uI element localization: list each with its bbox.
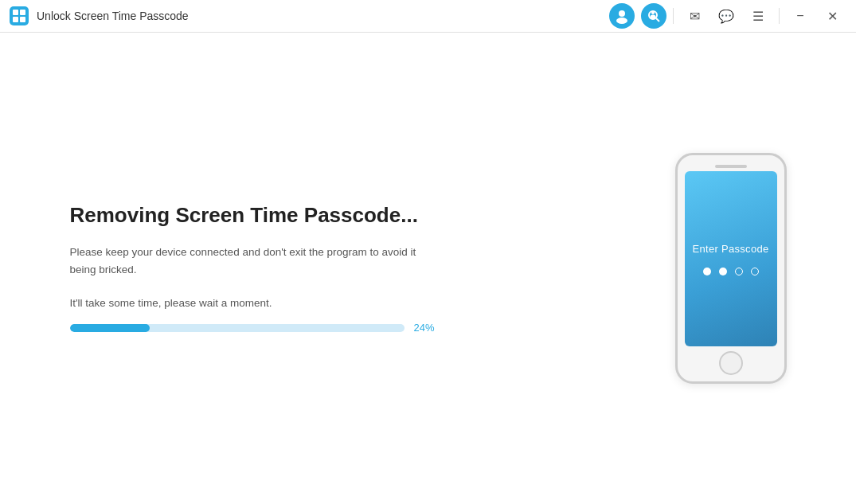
- app-logo: [10, 6, 29, 25]
- user-avatar-icon[interactable]: [609, 3, 635, 29]
- progress-bar-fill: [70, 324, 150, 332]
- svg-rect-2: [20, 10, 25, 15]
- dot-1: [703, 268, 711, 275]
- phone-home-button: [719, 351, 743, 375]
- phone-screen: Enter Passcode: [685, 171, 777, 346]
- svg-point-6: [616, 18, 627, 24]
- progress-container: 24%: [70, 322, 436, 334]
- svg-point-9: [651, 15, 656, 19]
- progress-percent-label: 24%: [414, 322, 435, 334]
- progress-bar-background: [70, 324, 405, 332]
- dot-2: [719, 268, 727, 275]
- close-button[interactable]: ✕: [818, 2, 846, 30]
- titlebar-controls: ✉ 💬 ☰ − ✕: [609, 2, 846, 30]
- separator2: [779, 8, 780, 24]
- svg-rect-3: [13, 17, 18, 22]
- minimize-button[interactable]: −: [786, 2, 815, 30]
- phone-mockup: Enter Passcode: [675, 153, 787, 384]
- phone-outer-shell: Enter Passcode: [675, 153, 787, 384]
- separator: [673, 8, 674, 24]
- titlebar: Unlock Screen Time Passcode ✉ 💬 ☰ − ✕: [0, 0, 856, 33]
- chat-button[interactable]: 💬: [712, 2, 741, 30]
- enter-passcode-text: Enter Passcode: [693, 243, 769, 255]
- window-title: Unlock Screen Time Passcode: [37, 10, 609, 22]
- svg-rect-4: [20, 17, 25, 22]
- left-section: Removing Screen Time Passcode... Please …: [70, 203, 468, 334]
- svg-point-8: [651, 11, 655, 14]
- svg-rect-1: [13, 10, 18, 15]
- passcode-dots: [703, 268, 759, 275]
- main-heading: Removing Screen Time Passcode...: [70, 203, 436, 228]
- svg-line-10: [656, 18, 659, 21]
- wait-text: It'll take some time, please wait a mome…: [70, 297, 436, 309]
- dot-4: [751, 268, 759, 275]
- mail-button[interactable]: ✉: [680, 2, 709, 30]
- phone-speaker: [715, 165, 747, 168]
- menu-button[interactable]: ☰: [744, 2, 772, 30]
- content-wrapper: Removing Screen Time Passcode... Please …: [70, 153, 787, 384]
- dot-3: [735, 268, 743, 275]
- svg-rect-0: [10, 6, 29, 25]
- main-content: Removing Screen Time Passcode... Please …: [0, 33, 856, 504]
- description-text: Please keep your device connected and do…: [70, 244, 436, 278]
- svg-point-5: [619, 10, 625, 17]
- user-search-icon[interactable]: [641, 3, 666, 29]
